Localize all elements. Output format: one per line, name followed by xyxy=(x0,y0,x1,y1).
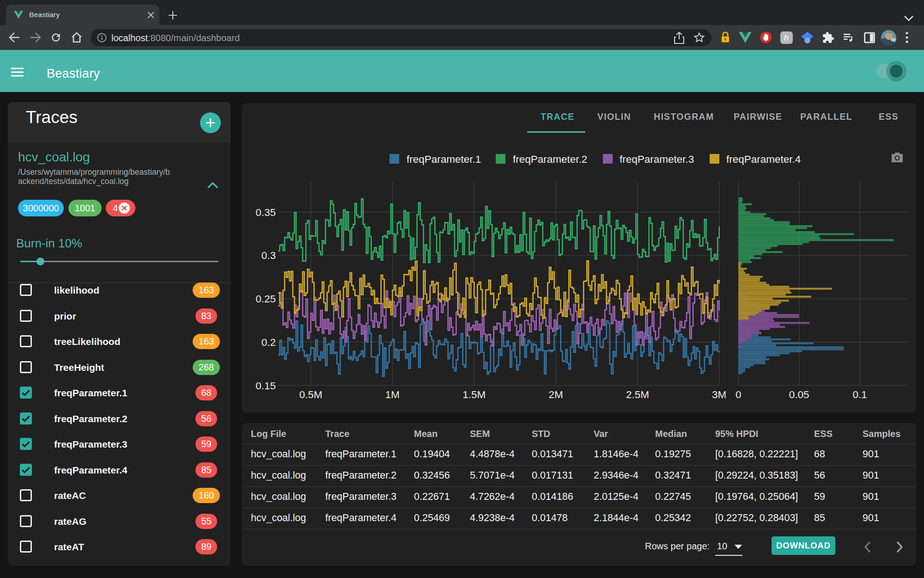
svg-text:0: 0 xyxy=(736,389,742,400)
svg-text:0.1: 0.1 xyxy=(852,389,867,400)
svg-text:0.25: 0.25 xyxy=(255,293,276,305)
svg-text:2.5M: 2.5M xyxy=(626,389,649,400)
svg-text:1.5M: 1.5M xyxy=(462,389,486,400)
svg-text:3M: 3M xyxy=(712,389,726,400)
svg-text:0.35: 0.35 xyxy=(255,207,276,218)
svg-text:0.2: 0.2 xyxy=(261,337,276,348)
svg-text:h: h xyxy=(784,33,789,43)
svg-text:2M: 2M xyxy=(548,389,563,400)
svg-text:1M: 1M xyxy=(385,389,400,400)
svg-text:0.15: 0.15 xyxy=(255,380,276,392)
svg-text:0.05: 0.05 xyxy=(789,389,809,400)
svg-text:0.3: 0.3 xyxy=(261,250,276,261)
svg-text:0.5M: 0.5M xyxy=(299,389,322,400)
